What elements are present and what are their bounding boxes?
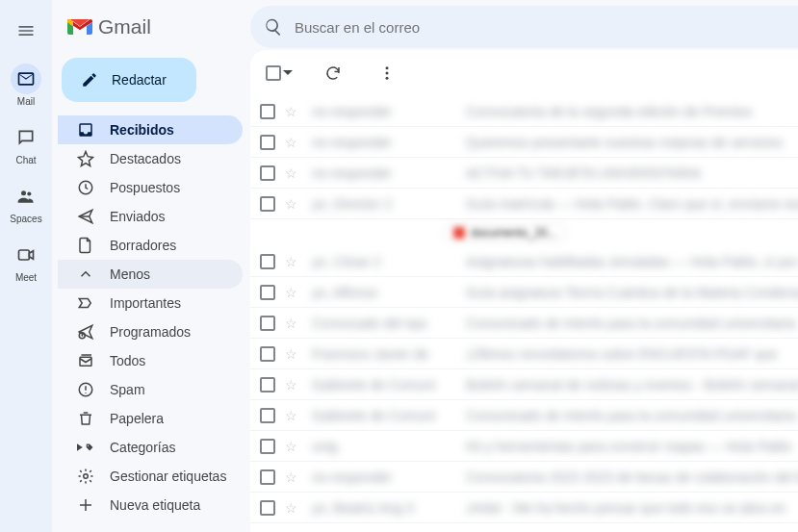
star-button[interactable]: ☆: [285, 408, 302, 423]
sender: yo, César 2: [312, 254, 456, 269]
mail-row[interactable]: ☆unigKit y herramientas para construir m…: [250, 431, 798, 462]
star-button[interactable]: ☆: [285, 500, 302, 516]
star-button[interactable]: ☆: [285, 346, 302, 362]
subject: Comunicado de interés para la comunidad …: [466, 408, 798, 423]
svg-rect-2: [19, 250, 30, 260]
star-button[interactable]: ☆: [285, 439, 302, 454]
brand[interactable]: Gmail: [60, 15, 243, 38]
rail-item-chat[interactable]: Chat: [0, 116, 52, 171]
mail-row[interactable]: ☆yo, Director 2Guía matrícula — Hola Pab…: [250, 189, 798, 219]
sidebar-item-snoozed[interactable]: Pospuestos: [58, 173, 243, 202]
refresh-button[interactable]: [316, 56, 350, 90]
mail-row[interactable]: ☆no-responderConvocatoria de la segunda …: [250, 96, 798, 127]
row-checkbox[interactable]: [260, 408, 275, 423]
mail-row[interactable]: ☆yo, Beatriz Ang 3¡Hola! - Me ha hecho p…: [250, 493, 798, 523]
subject: ¡Últimos recordatorios sobre ENCUESTA PG…: [466, 346, 798, 362]
nav-label: Enviados: [110, 209, 166, 224]
nav-label: Importantes: [110, 295, 181, 311]
compose-button[interactable]: Redactar: [62, 58, 196, 102]
row-checkbox[interactable]: [260, 135, 275, 150]
sidebar-item-sent[interactable]: Enviados: [58, 202, 243, 231]
send-icon: [77, 208, 94, 225]
mail-row[interactable]: ☆Francisco Javier de¡Últimos recordatori…: [250, 339, 798, 369]
caret-down-icon: [283, 68, 293, 78]
scheduled-icon: [77, 323, 94, 341]
mail-row[interactable]: ☆Convocado del epsComunicado de interés …: [250, 308, 798, 339]
sender: Francisco Javier de: [312, 346, 456, 362]
sender: yo, Alfonso: [312, 285, 456, 300]
mail-row[interactable]: ☆no-responderQueremos presentarte nuestr…: [250, 127, 798, 158]
row-checkbox[interactable]: [260, 196, 275, 212]
sidebar-item-all[interactable]: Todos: [58, 346, 243, 375]
subject: ¡Hola! - Me ha hecho pensar que todo eso…: [466, 500, 798, 516]
rail-item-spaces[interactable]: Spaces: [0, 175, 52, 230]
row-checkbox[interactable]: [260, 254, 275, 269]
nav-label: Borradores: [110, 238, 176, 253]
gmail-logo-icon: [67, 17, 92, 37]
file-icon: [77, 237, 94, 254]
row-checkbox[interactable]: [260, 469, 275, 485]
menu-button[interactable]: [7, 12, 45, 50]
row-checkbox[interactable]: [260, 285, 275, 300]
row-checkbox[interactable]: [260, 346, 275, 362]
sidebar-item-categories[interactable]: Categorías: [58, 433, 243, 462]
svg-point-7: [88, 445, 89, 446]
star-button[interactable]: ☆: [285, 377, 302, 393]
sidebar-item-new-label[interactable]: Nueva etiqueta: [58, 491, 243, 519]
row-checkbox[interactable]: [260, 165, 275, 181]
chat-icon: [16, 128, 36, 147]
tag-icon: [85, 441, 94, 454]
spam-icon: [77, 381, 94, 398]
select-all-button[interactable]: [262, 62, 296, 85]
sidebar-item-important[interactable]: Importantes: [58, 289, 243, 317]
sender: no-responder: [312, 469, 456, 485]
mail-row[interactable]: ☆yo, AlfonsoGuía asignatura Teoría Cuánt…: [250, 277, 798, 308]
rail-label: Spaces: [10, 214, 41, 224]
attachment-chip[interactable]: documento_20...: [443, 223, 567, 242]
spaces-icon: [16, 187, 36, 206]
star-button[interactable]: ☆: [285, 285, 302, 300]
sidebar-item-inbox[interactable]: Recibidos: [58, 115, 243, 144]
row-checkbox[interactable]: [260, 104, 275, 119]
star-button[interactable]: ☆: [285, 254, 302, 269]
sender: no-responder: [312, 104, 456, 119]
sidebar-item-manage-labels[interactable]: Gestionar etiquetas: [58, 462, 243, 491]
row-checkbox[interactable]: [260, 316, 275, 331]
star-button[interactable]: ☆: [285, 135, 302, 150]
mail-content: ☆no-responderConvocatoria de la segunda …: [250, 50, 798, 532]
sidebar-item-spam[interactable]: Spam: [58, 375, 243, 404]
sidebar-item-less[interactable]: Menos: [58, 260, 243, 289]
sidebar-item-starred[interactable]: Destacados: [58, 144, 243, 173]
star-button[interactable]: ☆: [285, 104, 302, 119]
mail-row[interactable]: ☆Gabinete de ComuniBoletín semanal de no…: [250, 369, 798, 400]
star-button[interactable]: ☆: [285, 316, 302, 331]
row-checkbox[interactable]: [260, 377, 275, 393]
mail-row[interactable]: ☆Gabinete de ComuniComunicado de interés…: [250, 400, 798, 431]
compose-label: Redactar: [112, 72, 167, 88]
sender: yo, Director 2: [312, 196, 456, 212]
sidebar-item-trash[interactable]: Papelera: [58, 404, 243, 433]
rail-item-mail[interactable]: Mail: [0, 58, 52, 113]
star-button[interactable]: ☆: [285, 196, 302, 212]
star-button[interactable]: ☆: [285, 469, 302, 485]
nav-label: Menos: [110, 266, 150, 282]
rail-item-meet[interactable]: Meet: [0, 234, 52, 289]
attachment-row[interactable]: documento_20...: [250, 219, 798, 246]
important-icon: [77, 294, 94, 312]
mail-row[interactable]: ☆yo, César 2Asignaturas habilitadas simu…: [250, 246, 798, 277]
row-checkbox[interactable]: [260, 439, 275, 454]
row-checkbox[interactable]: [260, 500, 275, 516]
clock-icon: [77, 179, 94, 196]
subject: Kit y herramientas para construir mapas …: [466, 439, 798, 454]
star-button[interactable]: ☆: [285, 165, 302, 181]
search-input[interactable]: [295, 19, 798, 36]
sidebar-item-scheduled[interactable]: Programados: [58, 317, 243, 346]
sidebar-item-drafts[interactable]: Borradores: [58, 231, 243, 260]
mail-row[interactable]: ☆no-responderACTIVA TU TARJETA UNIVERSIT…: [250, 158, 798, 189]
chevron-up-icon: [77, 266, 94, 283]
more-button[interactable]: [370, 56, 404, 90]
svg-point-8: [84, 474, 89, 479]
mail-row[interactable]: ☆no-responderConvocatoria 2022-2023 de b…: [250, 462, 798, 493]
stacked-mail-icon: [77, 352, 94, 369]
search-bar[interactable]: [250, 6, 798, 48]
